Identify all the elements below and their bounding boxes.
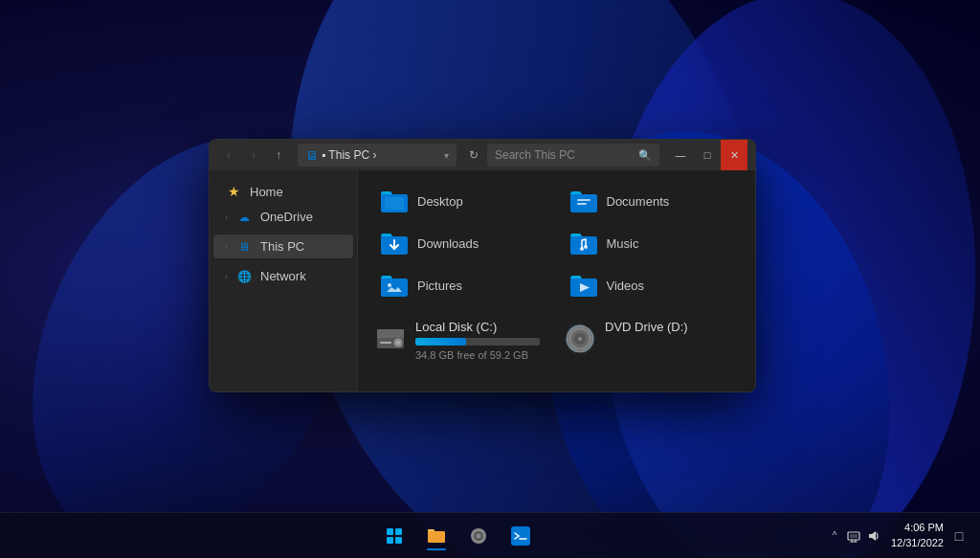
sidebar-onedrive-label: OneDrive — [260, 210, 342, 224]
drive-c-space: 34.8 GB free of 59.2 GB — [415, 349, 540, 361]
drive-d-info: DVD Drive (D:) — [605, 320, 688, 334]
terminal-taskbar-icon — [511, 526, 530, 546]
svg-rect-1 — [577, 199, 590, 201]
onedrive-icon: ☁ — [235, 211, 253, 224]
search-bar[interactable]: Search This PC 🔍 — [487, 144, 659, 167]
taskbar-center — [377, 519, 538, 553]
taskbar-right: ^ 4:06 PM 12/31/2022 □ — [827, 521, 969, 550]
minimize-button[interactable]: — — [667, 140, 694, 170]
settings-taskbar-icon — [469, 526, 488, 546]
drive-c-bar-container — [415, 338, 540, 346]
svg-point-5 — [388, 283, 391, 287]
thispc-icon: 🖥 — [235, 240, 253, 254]
close-button[interactable]: ✕ — [721, 140, 747, 170]
system-clock[interactable]: 4:06 PM 12/31/2022 — [886, 521, 944, 550]
downloads-folder-label: Downloads — [417, 236, 479, 251]
videos-folder-icon — [568, 272, 599, 299]
window-content: ★ Home › ☁ OneDrive › 🖥 This PC › 🌐 — [210, 170, 755, 391]
network-chevron: › — [225, 272, 228, 281]
system-tray: ^ 4:06 PM 12/31/2022 □ — [827, 521, 969, 550]
onedrive-chevron: › — [225, 212, 228, 222]
folder-item-music[interactable]: Music — [559, 224, 745, 262]
address-pc-icon: 🖥 — [305, 148, 318, 163]
thispc-chevron: › — [225, 242, 228, 252]
drives-section: Local Disk (C:) 34.8 GB free of 59.2 GB — [369, 316, 744, 367]
svg-rect-10 — [380, 342, 391, 344]
taskbar: ^ 4:06 PM 12/31/2022 □ — [0, 512, 980, 558]
address-chevron: ▾ — [444, 150, 449, 161]
search-icon: 🔍 — [638, 149, 652, 162]
svg-rect-2 — [577, 203, 587, 205]
folder-item-pictures[interactable]: Pictures — [369, 266, 555, 304]
address-text: ▪ This PC › — [322, 148, 440, 162]
videos-folder-label: Videos — [607, 279, 645, 293]
start-button[interactable] — [377, 519, 412, 553]
dvd-icon — [563, 322, 597, 363]
refresh-button[interactable]: ↻ — [464, 145, 483, 165]
folder-taskbar-icon — [426, 525, 447, 547]
sidebar-item-network[interactable]: › 🌐 Network — [213, 264, 353, 288]
sidebar-item-onedrive[interactable]: › ☁ OneDrive — [213, 205, 353, 229]
up-button[interactable]: ↑ — [267, 144, 290, 167]
pictures-folder-label: Pictures — [417, 279, 462, 293]
main-content: Desktop Documents — [358, 170, 755, 391]
drive-c-bar-fill — [415, 338, 466, 346]
svg-point-19 — [477, 533, 481, 538]
notification-button[interactable]: □ — [949, 526, 969, 546]
tray-chevron[interactable]: ^ — [827, 528, 842, 544]
downloads-folder-icon — [379, 230, 410, 257]
nav-buttons: ‹ › ↑ — [217, 144, 290, 167]
sidebar: ★ Home › ☁ OneDrive › 🖥 This PC › 🌐 — [210, 170, 358, 391]
maximize-button[interactable]: □ — [694, 140, 721, 170]
svg-point-9 — [396, 341, 400, 345]
music-folder-icon — [568, 230, 599, 257]
network-icon: 🌐 — [235, 270, 253, 283]
hdd-icon — [373, 322, 408, 363]
volume-tray-icon[interactable] — [865, 528, 880, 544]
folder-item-videos[interactable]: Videos — [559, 266, 745, 304]
sidebar-thispc-label: This PC — [260, 239, 342, 254]
settings-taskbar-button[interactable] — [461, 519, 496, 553]
home-icon: ★ — [225, 184, 242, 199]
svg-point-14 — [578, 337, 582, 341]
drive-c-name: Local Disk (C:) — [415, 320, 540, 334]
forward-button[interactable]: › — [242, 144, 265, 167]
desktop-folder-icon — [379, 188, 410, 214]
titlebar: ‹ › ↑ 🖥 ▪ This PC › ▾ ↻ Search This PC 🔍… — [210, 140, 755, 170]
svg-point-3 — [580, 247, 584, 251]
svg-rect-7 — [377, 329, 404, 338]
music-folder-label: Music — [607, 236, 639, 251]
drive-item-d[interactable]: DVD Drive (D:) — [559, 316, 692, 367]
folders-grid: Desktop Documents — [369, 182, 744, 304]
documents-folder-label: Documents — [607, 194, 670, 209]
clock-date: 12/31/2022 — [886, 536, 944, 550]
folder-item-documents[interactable]: Documents — [559, 182, 745, 220]
search-placeholder: Search This PC — [495, 148, 635, 162]
windows-logo-icon — [387, 528, 402, 544]
terminal-taskbar-button[interactable] — [503, 519, 538, 553]
folder-item-downloads[interactable]: Downloads — [369, 224, 555, 262]
back-button[interactable]: ‹ — [217, 144, 240, 167]
sidebar-item-home[interactable]: ★ Home — [213, 179, 353, 204]
documents-folder-icon — [568, 188, 599, 214]
sidebar-network-label: Network — [260, 269, 342, 283]
drive-d-name: DVD Drive (D:) — [605, 320, 688, 334]
network-tray-icon[interactable] — [846, 528, 861, 544]
sidebar-item-thispc[interactable]: › 🖥 This PC — [213, 234, 353, 258]
file-explorer-window: ‹ › ↑ 🖥 ▪ This PC › ▾ ↻ Search This PC 🔍… — [209, 139, 756, 392]
address-bar[interactable]: 🖥 ▪ This PC › ▾ — [298, 144, 457, 167]
sidebar-home-label: Home — [250, 185, 342, 199]
svg-point-4 — [584, 245, 588, 249]
drive-c-info: Local Disk (C:) 34.8 GB free of 59.2 GB — [415, 320, 540, 361]
svg-rect-22 — [850, 534, 858, 538]
clock-time: 4:06 PM — [886, 521, 944, 535]
file-explorer-taskbar-button[interactable] — [419, 519, 454, 553]
folder-item-desktop[interactable]: Desktop — [369, 182, 555, 220]
window-controls: — □ ✕ — [667, 140, 747, 170]
drive-item-c[interactable]: Local Disk (C:) 34.8 GB free of 59.2 GB — [369, 316, 544, 367]
desktop-folder-label: Desktop — [417, 194, 463, 209]
svg-rect-0 — [385, 197, 404, 210]
svg-rect-20 — [511, 526, 530, 546]
pictures-folder-icon — [379, 272, 410, 299]
tray-icons: ^ — [827, 528, 880, 544]
